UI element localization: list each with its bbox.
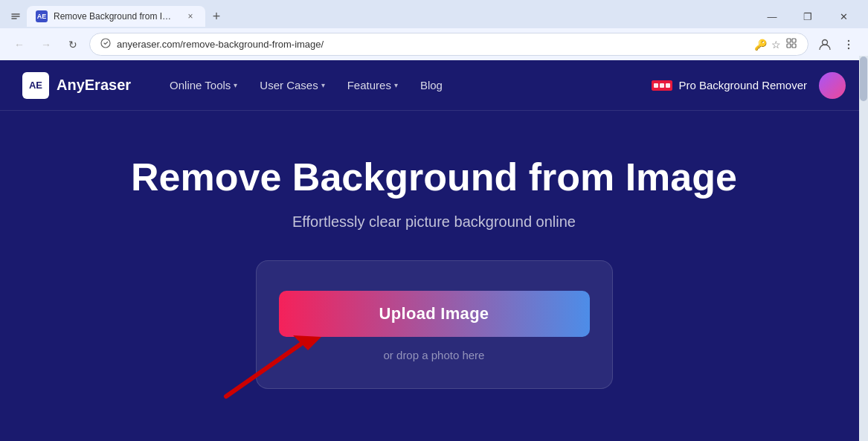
star-icon[interactable]: ☆	[771, 39, 781, 51]
window-controls: — ❐ ✕	[755, 4, 861, 28]
key-icon[interactable]: 🔑	[754, 39, 767, 51]
hero-section: Remove Background from Image Effortlessl…	[0, 111, 868, 441]
drop-text: or drop a photo here	[384, 349, 485, 361]
toolbar-right	[814, 34, 859, 55]
refresh-button[interactable]: ↻	[62, 34, 83, 55]
nav-items: Online Tools ▾ User Cases ▾ Features ▾ B…	[161, 73, 652, 97]
tab-list-button[interactable]	[7, 8, 24, 25]
nav-item-blog[interactable]: Blog	[411, 73, 451, 97]
back-button[interactable]: ←	[9, 34, 30, 55]
nav-label-blog: Blog	[420, 79, 443, 91]
tab-favicon: AE	[36, 10, 48, 22]
scrollbar-thumb[interactable]	[860, 57, 867, 101]
address-bar[interactable]: anyeraser.com/remove-background-from-ima…	[89, 33, 808, 56]
logo-box: AE	[22, 72, 49, 99]
user-avatar[interactable]	[819, 72, 846, 99]
forward-button[interactable]: →	[36, 34, 57, 55]
svg-rect-2	[792, 39, 796, 42]
svg-point-6	[848, 39, 849, 41]
extensions-icon[interactable]	[785, 37, 797, 51]
browser-chrome: AE Remove Background from Imac... × + — …	[0, 0, 868, 60]
logo-area[interactable]: AE AnyEraser	[22, 72, 131, 99]
browser-toolbar: ← → ↻ anyeraser.com/remove-background-fr…	[0, 28, 868, 60]
brand-name: AnyEraser	[57, 77, 131, 94]
svg-line-14	[226, 344, 300, 396]
tab-close-button[interactable]: ×	[184, 10, 196, 22]
pro-background-remover-link[interactable]: Pro Background Remover	[652, 79, 807, 91]
url-text: anyeraser.com/remove-background-from-ima…	[117, 39, 748, 50]
minimize-button[interactable]: —	[755, 4, 789, 28]
scrollbar[interactable]	[859, 56, 868, 441]
svg-rect-10	[654, 83, 658, 88]
hero-title: Remove Background from Image	[15, 155, 853, 200]
website: AE AnyEraser Online Tools ▾ User Cases ▾…	[0, 60, 868, 441]
svg-point-8	[848, 47, 849, 48]
close-button[interactable]: ✕	[826, 4, 861, 28]
pro-label: Pro Background Remover	[678, 79, 807, 91]
new-tab-button[interactable]: +	[208, 8, 225, 25]
svg-point-0	[101, 39, 110, 48]
nav-label-online-tools: Online Tools	[170, 79, 231, 91]
address-bar-icons: 🔑 ☆	[754, 37, 797, 51]
svg-rect-11	[660, 83, 664, 88]
svg-point-7	[848, 43, 849, 45]
menu-button[interactable]	[838, 34, 859, 55]
profile-button[interactable]	[814, 34, 835, 55]
chevron-down-icon: ▾	[234, 81, 237, 89]
nav-item-user-cases[interactable]: User Cases ▾	[251, 73, 333, 97]
chevron-down-icon: ▾	[321, 81, 325, 89]
svg-rect-4	[792, 44, 796, 48]
svg-rect-3	[787, 44, 791, 48]
svg-rect-12	[666, 83, 670, 88]
site-nav: AE AnyEraser Online Tools ▾ User Cases ▾…	[0, 60, 868, 111]
pro-icon	[652, 80, 672, 91]
nav-label-features: Features	[347, 79, 391, 91]
tab-title: Remove Background from Imac...	[54, 11, 179, 22]
hero-subtitle: Effortlessly clear picture background on…	[15, 213, 853, 231]
svg-rect-1	[787, 39, 791, 42]
maximize-button[interactable]: ❐	[791, 4, 825, 28]
chevron-down-icon: ▾	[394, 81, 398, 89]
nav-item-features[interactable]: Features ▾	[338, 73, 407, 97]
red-arrow	[211, 315, 360, 404]
title-bar: AE Remove Background from Imac... × + — …	[0, 0, 868, 28]
active-tab: AE Remove Background from Imac... ×	[27, 6, 205, 27]
security-icon	[100, 38, 111, 51]
nav-item-online-tools[interactable]: Online Tools ▾	[161, 73, 246, 97]
nav-label-user-cases: User Cases	[260, 79, 318, 91]
